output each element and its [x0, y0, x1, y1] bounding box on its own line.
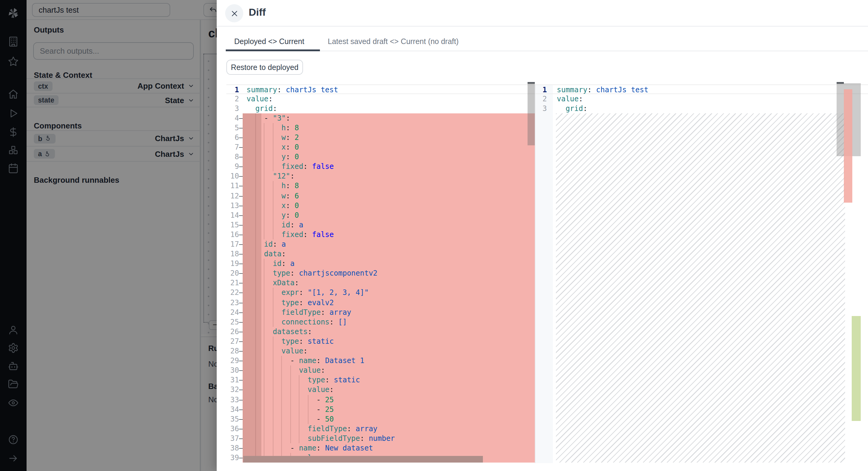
- code-line: x: 0: [243, 201, 535, 210]
- line-number: 5–: [226, 123, 243, 133]
- line-number: 25–: [226, 317, 243, 327]
- removed-line-marker: –: [239, 395, 243, 404]
- code-line: id: a: [243, 220, 535, 230]
- line-number: 20–: [226, 269, 243, 278]
- code-line: summary: chartJs test: [553, 84, 868, 94]
- code-line: fieldType: array: [243, 424, 535, 434]
- code-line: xData:: [243, 278, 535, 288]
- line-number: 15–: [226, 220, 243, 230]
- code-line: y: 0: [243, 210, 535, 220]
- diff-left-gutter: 1234–5–6–7–8–9–10–11–12–13–14–15–16–17–1…: [226, 84, 243, 463]
- modal-overlay[interactable]: [0, 0, 217, 471]
- code-line: data:: [243, 249, 535, 259]
- overview-ruler-added-mark: [852, 316, 861, 421]
- line-number: 17–: [226, 239, 243, 249]
- code-line: - name: Dataset 1: [243, 356, 535, 366]
- code-line: connections: []: [243, 317, 535, 327]
- diff-removed-region-hatch: [556, 113, 845, 463]
- removed-line-marker: –: [239, 366, 243, 375]
- vertical-scrollbar-left[interactable]: [528, 83, 535, 145]
- line-number: 19–: [226, 259, 243, 268]
- code-line: - name: New dataset: [243, 443, 535, 453]
- line-number: 7–: [226, 142, 243, 152]
- line-number: 26–: [226, 327, 243, 337]
- removed-line-marker: –: [239, 172, 243, 181]
- close-button[interactable]: [225, 4, 243, 22]
- line-number: 4–: [226, 113, 243, 123]
- removed-line-marker: –: [239, 201, 243, 210]
- code-line: "12":: [243, 172, 535, 181]
- code-line: h: 8: [243, 123, 535, 133]
- line-number: 30–: [226, 366, 243, 375]
- removed-line-marker: –: [239, 181, 243, 191]
- divider: [217, 26, 868, 27]
- removed-line-marker: –: [239, 123, 243, 133]
- line-number: 6–: [226, 133, 243, 142]
- removed-line-marker: –: [239, 404, 243, 414]
- removed-line-marker: –: [239, 278, 243, 288]
- removed-line-marker: –: [239, 317, 243, 327]
- removed-line-marker: –: [239, 239, 243, 249]
- line-number: 8–: [226, 152, 243, 162]
- line-number: 18–: [226, 249, 243, 259]
- line-number: 37–: [226, 434, 243, 443]
- line-number: 11–: [226, 181, 243, 191]
- line-number: 9–: [226, 162, 243, 172]
- tab-deployed-current[interactable]: Deployed <> Current: [234, 37, 304, 46]
- code-line: type: static: [243, 375, 535, 385]
- removed-line-marker: –: [239, 453, 243, 463]
- code-line: value:: [243, 366, 535, 375]
- overview-ruler-removed-mark: [844, 89, 852, 203]
- line-number: 34–: [226, 404, 243, 414]
- code-line: - "3":: [243, 113, 535, 123]
- code-line: - 25: [243, 395, 535, 404]
- line-number: 3: [226, 103, 243, 113]
- removed-line-marker: –: [239, 307, 243, 317]
- line-number: 3: [535, 103, 553, 113]
- code-line: type: evalv2: [243, 298, 535, 307]
- line-number: 21–: [226, 278, 243, 288]
- restore-to-deployed-button[interactable]: Restore to deployed: [226, 60, 303, 75]
- removed-line-marker: –: [239, 269, 243, 278]
- removed-line-marker: –: [239, 152, 243, 162]
- code-line: w: 2: [243, 133, 535, 142]
- line-number: 28–: [226, 346, 243, 356]
- code-line: value:: [243, 385, 535, 395]
- line-number: 36–: [226, 424, 243, 434]
- line-number: 22–: [226, 288, 243, 298]
- line-number: 29–: [226, 356, 243, 366]
- removed-line-marker: –: [239, 337, 243, 346]
- line-number: 33–: [226, 395, 243, 404]
- tab-draft-current[interactable]: Latest saved draft <> Current (no draft): [328, 37, 459, 46]
- removed-line-marker: –: [239, 414, 243, 424]
- removed-line-marker: –: [239, 288, 243, 298]
- code-line: - 25: [243, 404, 535, 414]
- close-icon: [230, 9, 238, 17]
- code-line: summary: chartJs test: [243, 84, 535, 94]
- line-number: 31–: [226, 375, 243, 385]
- code-line: h: 8: [243, 181, 535, 191]
- diff-left-editor[interactable]: summary: chartJs testvalue: grid: - "3":…: [243, 84, 535, 463]
- screen: Outputs State & Context ctx App Context …: [0, 0, 868, 471]
- line-number: 32–: [226, 385, 243, 395]
- code-line: type: chartjscomponentv2: [243, 269, 535, 278]
- removed-line-marker: –: [239, 434, 243, 443]
- line-number: 16–: [226, 230, 243, 239]
- removed-line-marker: –: [239, 113, 243, 123]
- removed-line-marker: –: [239, 356, 243, 366]
- diff-right-gutter: 123: [535, 84, 553, 463]
- removed-line-marker: –: [239, 210, 243, 220]
- code-line: - 50: [243, 414, 535, 424]
- line-number: 24–: [226, 307, 243, 317]
- modal-title: Diff: [249, 7, 266, 19]
- horizontal-scrollbar[interactable]: [243, 456, 483, 463]
- code-line: value:: [243, 94, 535, 103]
- removed-line-marker: –: [239, 220, 243, 230]
- removed-line-marker: –: [239, 327, 243, 337]
- removed-line-marker: –: [239, 346, 243, 356]
- removed-line-marker: –: [239, 162, 243, 172]
- removed-line-marker: –: [239, 424, 243, 434]
- scrollbar-cap: [837, 82, 844, 83]
- removed-line-marker: –: [239, 133, 243, 142]
- code-line: fieldType: array: [243, 307, 535, 317]
